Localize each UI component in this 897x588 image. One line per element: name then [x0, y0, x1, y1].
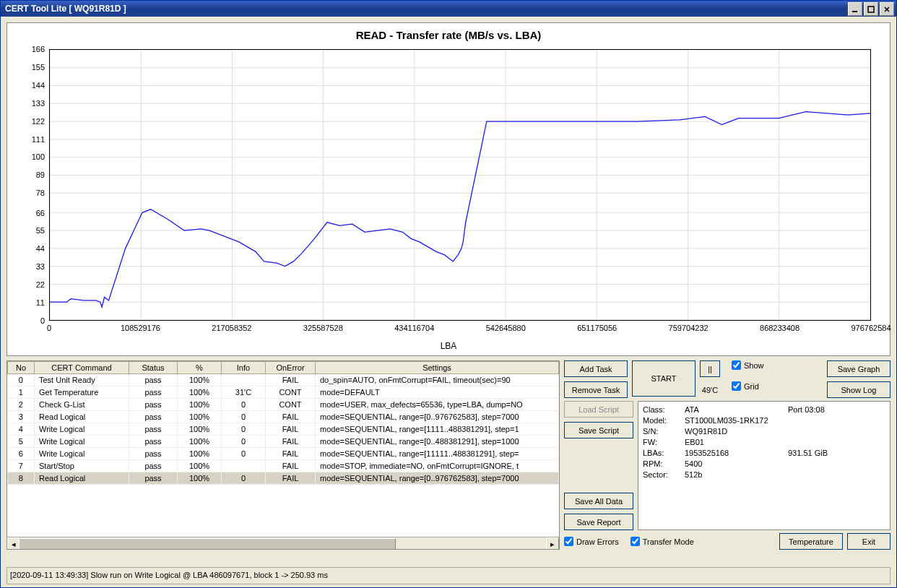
minimize-button[interactable]	[848, 2, 862, 16]
pause-button[interactable]: ||	[700, 360, 720, 377]
table-row[interactable]: 5Write Logicalpass100%0FAILmode=SEQUENTI…	[8, 436, 559, 448]
y-tick: 89	[36, 170, 45, 179]
y-tick: 155	[32, 63, 45, 72]
y-tick: 111	[32, 135, 45, 144]
load-script-button[interactable]: Load Script	[564, 401, 633, 418]
save-graph-button[interactable]: Save Graph	[827, 360, 890, 377]
client-area: READ - Transfer rate (MB/s vs. LBA) 0112…	[1, 17, 896, 587]
exit-button[interactable]: Exit	[847, 533, 890, 550]
temperature-value: 49'C	[702, 386, 718, 394]
y-tick: 133	[32, 99, 45, 108]
x-axis-ticks: 0108529176217058352325587528434116704542…	[49, 324, 871, 337]
horizontal-scrollbar[interactable]: ◂ ▸	[7, 537, 559, 549]
y-axis-ticks: 01122334455667889100111122133144155166	[7, 49, 48, 321]
chart-title: READ - Transfer rate (MB/s vs. LBA)	[7, 29, 890, 41]
drive-info-panel: Class:ATAPort 03:08 Model:ST1000LM035-1R…	[638, 401, 890, 530]
table-row[interactable]: 0Test Unit Readypass100%FAILdo_spin=AUTO…	[8, 374, 559, 386]
show-checkbox[interactable]: Show	[732, 360, 764, 370]
column-header[interactable]: No	[8, 362, 35, 374]
save-report-button[interactable]: Save Report	[564, 514, 633, 530]
maximize-button[interactable]	[864, 2, 878, 16]
y-tick: 44	[36, 244, 45, 253]
y-tick: 66	[36, 209, 45, 217]
window-controls	[848, 2, 894, 16]
y-tick: 33	[36, 262, 45, 271]
svg-rect-0	[852, 11, 857, 12]
start-button[interactable]: START	[632, 360, 696, 397]
table-row[interactable]: 2Check G-Listpass100%0CONTmode=USER, max…	[8, 399, 559, 411]
table-row[interactable]: 8Read Logicalpass100%0FAILmode=SEQUENTIA…	[8, 472, 559, 485]
draw-errors-checkbox[interactable]: Draw Errors	[564, 537, 619, 546]
column-header[interactable]: CERT Command	[35, 362, 129, 374]
window-title: CERT Tool Lite [ WQ91R81D ]	[5, 4, 126, 14]
save-script-button[interactable]: Save Script	[564, 422, 633, 438]
remove-task-button[interactable]: Remove Task	[564, 381, 628, 398]
y-tick: 144	[32, 81, 45, 90]
column-header[interactable]: Status	[129, 362, 178, 374]
task-table-panel: NoCERT CommandStatus%InfoOnErrorSettings…	[6, 360, 560, 550]
add-task-button[interactable]: Add Task	[564, 360, 628, 377]
x-tick: 217058352	[212, 324, 251, 332]
x-tick: 542645880	[486, 324, 526, 332]
y-tick: 122	[32, 117, 45, 126]
temperature-button[interactable]: Temperature	[779, 533, 843, 550]
x-tick: 976762584	[851, 324, 890, 332]
lower-section: NoCERT CommandStatus%InfoOnErrorSettings…	[6, 360, 890, 550]
column-header[interactable]: Settings	[316, 362, 559, 374]
chart-svg	[50, 50, 870, 320]
task-table[interactable]: NoCERT CommandStatus%InfoOnErrorSettings…	[7, 361, 559, 485]
column-header[interactable]: Info	[222, 362, 266, 374]
x-tick: 0	[47, 324, 51, 332]
svg-rect-1	[868, 7, 874, 12]
table-row[interactable]: 7Start/Stoppass100%FAILmode=STOP, immedi…	[8, 460, 559, 472]
chart-panel: READ - Transfer rate (MB/s vs. LBA) 0112…	[6, 22, 890, 356]
x-tick: 759704232	[669, 324, 708, 332]
show-log-button[interactable]: Show Log	[827, 381, 890, 398]
table-row[interactable]: 1Get Temperaturepass100%31'CCONTmode=DEF…	[8, 386, 559, 399]
x-tick: 434116704	[394, 324, 434, 332]
x-tick: 325587528	[303, 324, 343, 332]
status-bar: [2020-09-11 13:49:33] Slow run on Write …	[6, 567, 890, 584]
application-window: CERT Tool Lite [ WQ91R81D ] READ - Trans…	[0, 0, 897, 588]
transfer-mode-checkbox[interactable]: Transfer Mode	[630, 537, 694, 546]
table-row[interactable]: 6Write Logicalpass100%0FAILmode=SEQUENTI…	[8, 448, 559, 460]
x-tick: 868233408	[760, 324, 800, 332]
y-tick: 166	[32, 45, 45, 53]
y-tick: 78	[36, 189, 45, 197]
x-axis-label: LBA	[7, 341, 890, 351]
y-tick: 11	[36, 298, 45, 307]
x-tick: 651175056	[577, 324, 617, 332]
y-tick: 100	[32, 152, 45, 161]
control-panel: Add Task Remove Task START || 49'C Show …	[564, 360, 890, 550]
y-tick: 22	[36, 280, 45, 289]
scroll-thumb[interactable]	[19, 538, 396, 550]
y-tick: 55	[36, 226, 45, 235]
table-row[interactable]: 3Read Logicalpass100%0FAILmode=SEQUENTIA…	[8, 411, 559, 423]
table-row[interactable]: 4Write Logicalpass100%0FAILmode=SEQUENTI…	[8, 423, 559, 436]
scroll-right-icon[interactable]: ▸	[546, 537, 559, 550]
x-tick: 108529176	[121, 324, 160, 332]
grid-checkbox[interactable]: Grid	[732, 381, 764, 391]
close-button[interactable]	[880, 2, 894, 16]
plot-area	[49, 49, 871, 321]
column-header[interactable]: %	[178, 362, 222, 374]
y-tick: 0	[40, 316, 45, 325]
save-all-data-button[interactable]: Save All Data	[564, 493, 633, 509]
titlebar: CERT Tool Lite [ WQ91R81D ]	[1, 1, 896, 17]
column-header[interactable]: OnError	[266, 362, 316, 374]
